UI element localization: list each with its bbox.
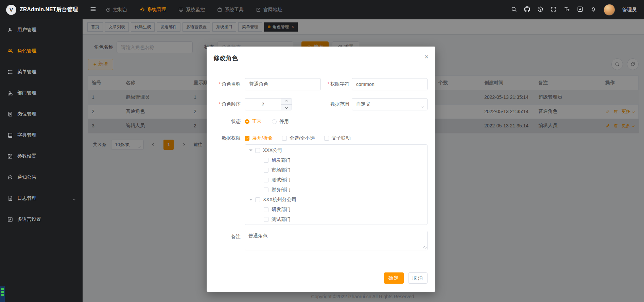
role-key-label: *权限字符 bbox=[321, 81, 352, 87]
tree-checkbox[interactable] bbox=[264, 178, 268, 182]
tree-node-label: 测试部门 bbox=[272, 216, 291, 223]
tree-node-label: 测试部门 bbox=[272, 177, 291, 183]
top-nav: 控制台 系统管理 系统监控 系统工具 官网地址 bbox=[106, 0, 282, 19]
role-name-input[interactable] bbox=[245, 78, 321, 90]
status-radio-disabled[interactable]: 停用 bbox=[272, 119, 289, 125]
fullscreen-icon[interactable] bbox=[551, 6, 557, 14]
sidebar-item-dict[interactable]: 字典管理 bbox=[0, 125, 83, 146]
book-icon bbox=[7, 132, 13, 138]
perm-expand-checkbox[interactable]: 展开/折叠 bbox=[245, 135, 273, 141]
sidebar-item-post[interactable]: 岗位管理 bbox=[0, 104, 83, 125]
sidebar-item-menu[interactable]: 菜单管理 bbox=[0, 61, 83, 83]
resize-handle-icon[interactable] bbox=[423, 246, 427, 249]
thumbnail-bar bbox=[1, 294, 4, 296]
tree-node-label: 市场部门 bbox=[272, 167, 291, 173]
sidebar-item-log[interactable]: 日志管理 bbox=[0, 188, 83, 209]
perm-selectall-checkbox[interactable]: 全选/全不选 bbox=[282, 135, 315, 141]
nav-label: 控制台 bbox=[113, 7, 127, 13]
sidebar-item-label: 部门管理 bbox=[17, 90, 36, 96]
tree-node[interactable]: XXX杭州分公司 bbox=[245, 195, 427, 205]
language-icon[interactable] bbox=[577, 6, 583, 14]
checkbox-label: 父子联动 bbox=[332, 135, 351, 141]
remark-textarea[interactable]: 普通角色 bbox=[245, 231, 428, 250]
required-asterisk: * bbox=[328, 81, 329, 87]
user-avatar[interactable] bbox=[604, 4, 615, 16]
nav-item-console[interactable]: 控制台 bbox=[106, 0, 127, 19]
row-remark: 备注 普通角色 bbox=[207, 231, 428, 250]
tree-checkbox[interactable] bbox=[264, 188, 268, 192]
data-perm-label: 数据权限 bbox=[207, 135, 245, 141]
dialog-title: 修改角色 bbox=[213, 54, 238, 62]
checkbox-unchecked-icon bbox=[324, 136, 329, 141]
dialog-close-icon[interactable]: × bbox=[424, 53, 429, 60]
tree-node[interactable]: 研发部门 bbox=[245, 205, 427, 214]
app-title: ZRAdmin.NET后台管理 bbox=[20, 6, 78, 13]
sidebar-item-label: 岗位管理 bbox=[17, 111, 36, 117]
caret-down-icon[interactable] bbox=[249, 149, 253, 153]
checkbox-unchecked-icon bbox=[282, 136, 287, 141]
tree-checkbox[interactable] bbox=[264, 217, 268, 222]
list-icon bbox=[7, 69, 13, 75]
checkbox-label: 展开/折叠 bbox=[252, 135, 273, 141]
tree-node[interactable]: 市场部门 bbox=[245, 165, 427, 175]
sidebar-item-label: 通知公告 bbox=[17, 174, 36, 180]
search-icon[interactable] bbox=[511, 6, 517, 14]
tree-node[interactable]: 测试部门 bbox=[245, 175, 427, 185]
nav-item-system-monitor[interactable]: 系统监控 bbox=[178, 0, 205, 19]
role-sort-stepper[interactable] bbox=[245, 98, 292, 110]
radio-label: 停用 bbox=[279, 119, 289, 125]
chevron-down-icon bbox=[73, 196, 75, 201]
language-square-icon bbox=[7, 217, 13, 222]
tree-node[interactable]: 财务部门 bbox=[245, 185, 427, 195]
tree-node[interactable]: XXX公司 bbox=[245, 145, 427, 155]
window-preview-thumbnail[interactable] bbox=[0, 286, 5, 302]
dept-tree: XXX公司 研发部门 市场部门 测试部门 财务部门 XXX杭州分公司 研发部门 bbox=[245, 144, 428, 225]
tree-checkbox[interactable] bbox=[255, 197, 260, 202]
sidebar-item-label: 日志管理 bbox=[17, 195, 36, 201]
bell-icon[interactable] bbox=[590, 6, 596, 14]
sidebar-item-notice[interactable]: 通知公告 bbox=[0, 167, 83, 188]
confirm-button[interactable]: 确定 bbox=[384, 272, 404, 284]
thumbnail-bar bbox=[1, 288, 4, 290]
tree-node[interactable]: 测试部门 bbox=[245, 214, 427, 224]
toolbox-icon bbox=[217, 7, 222, 12]
decrease-button[interactable] bbox=[281, 105, 292, 110]
hamburger-icon[interactable] bbox=[90, 6, 96, 14]
role-key-input[interactable] bbox=[352, 78, 428, 90]
nav-item-system-manage[interactable]: 系统管理 bbox=[140, 0, 166, 19]
sidebar-item-label: 角色管理 bbox=[17, 48, 36, 54]
font-size-icon[interactable] bbox=[564, 6, 570, 14]
remark-textarea-wrap: 普通角色 bbox=[245, 231, 428, 250]
brand: V ZRAdmin.NET后台管理 bbox=[0, 5, 83, 15]
sidebar-item-param[interactable]: 参数设置 bbox=[0, 146, 83, 167]
chat-icon bbox=[7, 175, 13, 180]
data-scope-select[interactable]: 自定义 bbox=[352, 98, 428, 110]
increase-button[interactable] bbox=[281, 99, 292, 105]
users-icon bbox=[7, 48, 13, 54]
sidebar-item-label: 字典管理 bbox=[17, 132, 36, 138]
tree-checkbox[interactable] bbox=[264, 158, 268, 163]
top-header: V ZRAdmin.NET后台管理 控制台 系统管理 系统监控 系统工具 官网地… bbox=[0, 0, 644, 19]
sidebar-item-user[interactable]: 用户管理 bbox=[0, 19, 83, 40]
help-icon[interactable] bbox=[537, 6, 543, 14]
tree-checkbox[interactable] bbox=[255, 148, 260, 153]
username[interactable]: 管理员 bbox=[622, 7, 637, 13]
radio-label: 正常 bbox=[252, 119, 262, 125]
tree-checkbox[interactable] bbox=[264, 168, 268, 173]
sidebar-item-i18n[interactable]: 多语言设置 bbox=[0, 209, 83, 230]
nav-item-system-tools[interactable]: 系统工具 bbox=[217, 0, 244, 19]
sidebar-item-label: 用户管理 bbox=[17, 27, 36, 33]
data-scope-label: 数据范围 bbox=[321, 101, 352, 107]
caret-down-icon[interactable] bbox=[249, 199, 253, 202]
tree-node[interactable]: 研发部门 bbox=[245, 155, 427, 165]
perm-linkage-checkbox[interactable]: 父子联动 bbox=[324, 135, 351, 141]
edit-role-dialog: 修改角色 × *角色名称 *权限字符 *角色顺序 数据范围 自定义 状态 正常 bbox=[207, 47, 435, 292]
github-icon[interactable] bbox=[524, 6, 530, 14]
nav-item-website[interactable]: 官网地址 bbox=[256, 0, 282, 19]
sidebar-item-dept[interactable]: 部门管理 bbox=[0, 83, 83, 104]
required-asterisk: * bbox=[219, 81, 221, 87]
sidebar-item-role[interactable]: 角色管理 bbox=[0, 40, 83, 61]
status-radio-normal[interactable]: 正常 bbox=[245, 119, 262, 125]
tree-checkbox[interactable] bbox=[264, 207, 268, 212]
cancel-button[interactable]: 取消 bbox=[408, 272, 428, 284]
